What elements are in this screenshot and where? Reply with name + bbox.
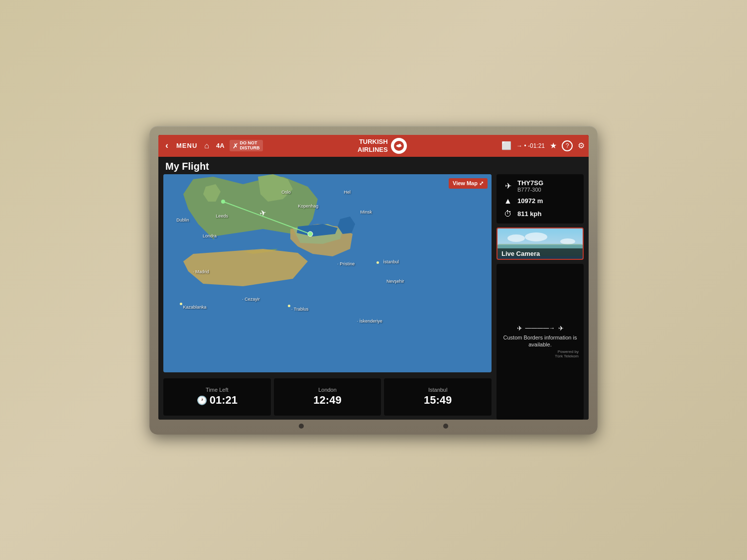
speed-icon: ⏱ xyxy=(502,210,513,219)
flight-arrow-icon: ————→ xyxy=(525,325,555,332)
speed-value: 811 kph xyxy=(517,210,541,218)
flight-number: THY7SG xyxy=(517,179,543,187)
svg-point-1 xyxy=(399,144,401,146)
london-label: London xyxy=(318,387,337,393)
screen-icon[interactable]: ⬜ xyxy=(501,141,511,150)
housing-dot-left xyxy=(299,424,304,429)
clock-icon: 🕐 xyxy=(197,395,207,406)
content-row: ✈ Oslo Hel Dublin Leeds xyxy=(158,174,589,420)
flight-number-row: ✈ THY7SG B777-300 xyxy=(502,179,578,193)
airplane-icon: ✈ xyxy=(502,181,513,191)
cloud2 xyxy=(525,232,547,241)
london-time-cell: London 12:49 xyxy=(274,378,381,416)
dot-istanbul xyxy=(376,261,379,264)
city-hel: Hel xyxy=(344,190,351,195)
aircraft-type: B777-300 xyxy=(517,187,543,193)
customs-card[interactable]: ✈ ————→ ✈ Custom Borders information is … xyxy=(497,264,584,420)
altitude-value: 10972 m xyxy=(517,197,543,205)
city-nevsehir: Nevşehir xyxy=(386,279,404,284)
dnd-icon: ✗ xyxy=(233,142,239,150)
svg-text:✈: ✈ xyxy=(258,208,267,218)
city-kopenhag: Kopenhag xyxy=(298,204,318,209)
dnd-text: DO NOTDISTURB xyxy=(240,141,260,151)
flight-info-card: ✈ THY7SG B777-300 ▲ 10972 m xyxy=(497,174,584,224)
city-oslo: Oslo xyxy=(281,190,291,195)
time-left-value: 🕐 01:21 xyxy=(197,394,238,407)
altitude-icon: ▲ xyxy=(502,197,513,206)
airline-logo xyxy=(391,138,407,154)
customs-text: Custom Borders information is available. xyxy=(501,334,579,348)
city-istanbul: İstanbul xyxy=(383,259,399,264)
flight-time-info: → • -01:21 xyxy=(516,142,545,149)
flight-path-svg: ✈ xyxy=(163,174,492,372)
istanbul-time: 15:49 xyxy=(424,394,452,407)
city-leeds: Leeds xyxy=(216,214,228,219)
view-map-label: View Map ⤢ xyxy=(453,180,484,187)
home-button[interactable]: ⌂ xyxy=(202,141,211,150)
seat-label: 4A xyxy=(214,142,227,149)
right-panel: ✈ THY7SG B777-300 ▲ 10972 m xyxy=(497,174,589,420)
svg-point-6 xyxy=(221,200,225,204)
city-madrid: · Madrid xyxy=(193,269,209,274)
svg-line-3 xyxy=(223,202,310,234)
main-content: My Flight xyxy=(158,157,589,420)
airline-branding: TURKISHAIRLINES xyxy=(266,138,499,154)
istanbul-label: Istanbul xyxy=(428,387,448,393)
svg-point-5 xyxy=(308,231,313,236)
altitude-row: ▲ 10972 m xyxy=(502,197,578,206)
city-minsk: Minsk xyxy=(360,210,372,215)
airline-name: TURKISHAIRLINES xyxy=(358,138,388,153)
view-map-button[interactable]: View Map ⤢ xyxy=(449,178,488,189)
customs-icons: ✈ ————→ ✈ xyxy=(501,325,579,332)
city-londra: Londra xyxy=(203,233,217,238)
screen: ‹ MENU ⌂ 4A ✗ DO NOTDISTURB TURKISHAIRLI… xyxy=(158,135,589,420)
departure-plane-icon: ✈ xyxy=(517,325,522,332)
cloud1 xyxy=(507,234,525,242)
cloud3 xyxy=(560,238,575,244)
speed-row: ⏱ 811 kph xyxy=(502,210,578,219)
city-iskenderiye: · İskenderiye xyxy=(357,319,382,324)
istanbul-time-cell: Istanbul 15:49 xyxy=(384,378,492,416)
menu-button[interactable]: MENU xyxy=(174,142,199,149)
time-left-cell: Time Left 🕐 01:21 xyxy=(163,378,271,416)
back-button[interactable]: ‹ xyxy=(162,140,171,151)
page-title: My Flight xyxy=(158,157,589,174)
left-area: ✈ Oslo Hel Dublin Leeds xyxy=(158,174,497,420)
time-left-label: Time Left xyxy=(206,387,228,393)
powered-by-text: Powered byTürk Telekom xyxy=(501,348,579,358)
favorites-icon[interactable]: ★ xyxy=(550,141,557,150)
live-camera-label: Live Camera xyxy=(498,248,583,259)
city-dublin: Dublin xyxy=(176,218,189,223)
top-nav-bar: ‹ MENU ⌂ 4A ✗ DO NOTDISTURB TURKISHAIRLI… xyxy=(158,135,589,157)
housing-dot-right xyxy=(443,424,448,429)
bottom-info-bar: Time Left 🕐 01:21 London 12:49 xyxy=(163,378,492,416)
settings-icon[interactable]: ⚙ xyxy=(578,141,585,150)
city-kazablanka: Kazablanka xyxy=(183,305,207,310)
screen-housing: ‹ MENU ⌂ 4A ✗ DO NOTDISTURB TURKISHAIRLI… xyxy=(149,126,598,435)
seat-back: ‹ MENU ⌂ 4A ✗ DO NOTDISTURB TURKISHAIRLI… xyxy=(0,0,747,560)
city-trablus: · Trablus xyxy=(291,307,309,312)
turkish-airlines-logo-icon xyxy=(393,140,405,152)
live-camera-card[interactable]: Live Camera xyxy=(497,227,584,260)
flight-map[interactable]: ✈ Oslo Hel Dublin Leeds xyxy=(163,174,492,372)
arrival-plane-icon: ✈ xyxy=(558,325,564,332)
london-time: 12:49 xyxy=(313,394,341,407)
nav-right-controls: ⬜ → • -01:21 ★ ? ⚙ xyxy=(501,140,585,151)
do-not-disturb-button[interactable]: ✗ DO NOTDISTURB xyxy=(230,140,263,152)
help-icon[interactable]: ? xyxy=(562,140,573,151)
map-background: ✈ Oslo Hel Dublin Leeds xyxy=(163,174,492,372)
city-pristine: · Pristine xyxy=(337,261,355,266)
city-cezayir: · Cezayir xyxy=(242,297,260,302)
